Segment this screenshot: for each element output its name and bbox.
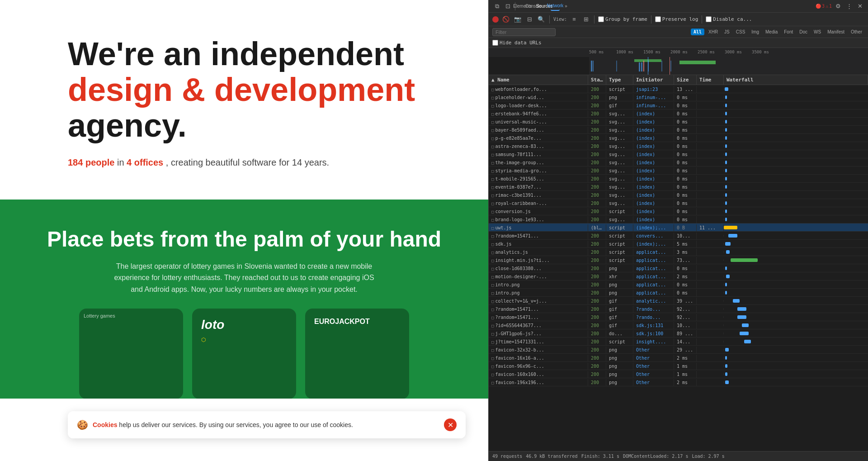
cookie-close-button[interactable]: ✕ xyxy=(444,418,457,431)
table-row[interactable]: □webfontloader,fo... 200 script jsapi:23… xyxy=(489,85,868,93)
table-row[interactable]: □rimac-c3be1391... 200 svg... (index) 0 … xyxy=(489,191,868,199)
cell-initiator[interactable]: (index) xyxy=(633,135,674,142)
table-row[interactable]: □styria-media-gro... 200 svg... (index) … xyxy=(489,166,868,175)
filter-font[interactable]: Font xyxy=(782,29,795,35)
table-row[interactable]: □favicon-96x96-c... 200 png Other 1 ms xyxy=(489,362,868,370)
group-by-frame-checkbox[interactable]: Group by frame xyxy=(598,16,647,22)
more-tabs-btn[interactable]: » xyxy=(561,2,571,11)
view-list-btn[interactable]: ≡ xyxy=(570,15,579,24)
col-name[interactable]: ▲ Name xyxy=(489,75,588,85)
table-row[interactable]: □?random=15471... 200 script convers... … xyxy=(489,232,868,240)
cell-initiator[interactable]: (index);... xyxy=(633,241,674,247)
table-row[interactable]: □j-GHT1gpo6-js?... 200 do... sdk.js:100 … xyxy=(489,329,868,337)
cell-initiator[interactable]: convers... xyxy=(633,233,674,239)
dock-icon[interactable]: ⧉ xyxy=(492,2,501,11)
col-initiator[interactable]: Initiator xyxy=(633,75,674,85)
table-row[interactable]: □j?time=15471331... 200 script insight..… xyxy=(489,337,868,346)
camera-button[interactable]: 📷 xyxy=(513,15,522,24)
table-row[interactable]: □brand-logo-1e93... 200 svg... (index) 0… xyxy=(489,215,868,223)
filter-css[interactable]: CSS xyxy=(734,29,748,35)
cell-initiator[interactable]: (index) xyxy=(633,143,674,150)
preserve-log-checkbox[interactable]: Preserve log xyxy=(655,16,698,22)
cell-initiator[interactable]: applicat... xyxy=(633,290,674,296)
filter-ws[interactable]: WS xyxy=(811,29,823,35)
cell-initiator[interactable]: (index) xyxy=(633,216,674,223)
cell-initiator[interactable]: (index) xyxy=(633,119,674,125)
filter-button[interactable]: ⊟ xyxy=(525,15,534,24)
filter-xhr[interactable]: XHR xyxy=(706,29,720,35)
network-tab-btn[interactable]: Network xyxy=(551,2,560,11)
table-row[interactable]: □analytics.js 200 script applicat... 3 m… xyxy=(489,248,868,256)
record-button[interactable] xyxy=(492,16,499,23)
undock-icon[interactable]: ⊡ xyxy=(503,2,512,11)
table-row[interactable]: □favicon-16x16-a... 200 png Other 2 ms xyxy=(489,354,868,362)
clear-button[interactable]: 🚫 xyxy=(501,15,510,24)
cell-initiator[interactable]: (index) xyxy=(633,159,674,166)
cell-initiator[interactable]: (index) xyxy=(633,110,674,117)
table-row[interactable]: □?id=6556443677... 200 gif sdk.js:131 10… xyxy=(489,321,868,329)
filter-other[interactable]: Other xyxy=(849,29,864,35)
cell-initiator[interactable]: Other xyxy=(633,371,674,378)
table-row[interactable]: □favicon-196x196... 200 png Other 2 ms xyxy=(489,378,868,386)
table-row[interactable]: □close-1d603380... 200 png applicat... 0… xyxy=(489,264,868,272)
view-grid-btn[interactable]: ⊞ xyxy=(581,15,590,24)
cell-initiator[interactable]: sdk.js:100 xyxy=(633,330,674,337)
cell-initiator[interactable]: Other xyxy=(633,347,674,353)
table-row[interactable]: □astra-zeneca-83... 200 svg... (index) 0… xyxy=(489,142,868,150)
table-row[interactable]: □bayer-8e509faed... 200 svg... (index) 0… xyxy=(489,126,868,134)
cell-initiator[interactable]: (index) xyxy=(633,127,674,133)
table-row[interactable]: □?random=15471... 200 gif ?rando... 92..… xyxy=(489,313,868,321)
table-row[interactable]: □universal-music-... 200 svg... (index) … xyxy=(489,118,868,126)
search-button[interactable]: 🔍 xyxy=(537,15,546,24)
table-row[interactable]: □favicon-160x160... 200 png Other 1 ms xyxy=(489,370,868,378)
filter-js[interactable]: JS xyxy=(722,29,732,35)
filter-media[interactable]: Media xyxy=(763,29,780,35)
table-row[interactable]: □insight.min.js?ti... 200 script applica… xyxy=(489,256,868,264)
cell-initiator[interactable]: (index);... xyxy=(633,224,674,231)
table-row[interactable]: □p-g-e82e85aa7e... 200 svg... (index) 0 … xyxy=(489,134,868,142)
table-row[interactable]: □intro.png 200 png applicat... 0 ms xyxy=(489,280,868,289)
close-devtools-icon[interactable]: ✕ xyxy=(855,2,864,11)
network-table[interactable]: □webfontloader,fo... 200 script jsapi:23… xyxy=(489,85,868,451)
table-row[interactable]: □collect?v=1&_v=j... 200 gif analytic...… xyxy=(489,297,868,305)
col-size[interactable]: Size xyxy=(674,75,697,85)
cell-initiator[interactable]: analytic... xyxy=(633,298,674,304)
cell-initiator[interactable]: applicat... xyxy=(633,281,674,288)
cell-initiator[interactable]: Other xyxy=(633,379,674,386)
table-row[interactable]: □?random=15471... 200 gif ?rando... 92..… xyxy=(489,305,868,313)
table-row[interactable]: □eventim-0387e7... 200 svg... (index) 0 … xyxy=(489,183,868,191)
table-row[interactable]: □samsung-78f111... 200 svg... (index) 0 … xyxy=(489,150,868,158)
cell-initiator[interactable]: ?rando... xyxy=(633,314,674,321)
col-waterfall[interactable]: Waterfall xyxy=(724,75,868,85)
filter-img[interactable]: Img xyxy=(749,29,761,35)
cell-initiator[interactable]: (index) xyxy=(633,200,674,207)
disable-cache-checkbox[interactable]: Disable ca... xyxy=(706,16,752,22)
table-row[interactable]: □erstebank-94ffe6... 200 svg... (index) … xyxy=(489,109,868,118)
cell-initiator[interactable]: infinum-... xyxy=(633,94,674,101)
filter-input[interactable] xyxy=(492,28,556,36)
cell-initiator[interactable]: (index) xyxy=(633,176,674,182)
cell-initiator[interactable]: applicat... xyxy=(633,265,674,272)
more-options-icon[interactable]: ⋮ xyxy=(844,2,854,11)
hide-data-urls-checkbox[interactable]: Hide data URLs xyxy=(492,40,542,46)
cell-initiator[interactable]: (index) xyxy=(633,151,674,158)
table-row[interactable]: □favicon-32x32-b... 200 png Other 29 ... xyxy=(489,346,868,354)
table-row[interactable]: □uwt.js (bl... script (index);... 0 B 11… xyxy=(489,223,868,232)
cell-initiator[interactable]: (index) xyxy=(633,192,674,199)
col-status[interactable]: Sta... xyxy=(588,75,606,85)
cell-initiator[interactable]: infinum-... xyxy=(633,102,674,109)
cell-initiator[interactable]: Other xyxy=(633,363,674,370)
cookies-link[interactable]: Cookies xyxy=(93,421,117,428)
filter-manifest[interactable]: Manifest xyxy=(825,29,847,35)
cell-initiator[interactable]: applicat... xyxy=(633,257,674,264)
table-row[interactable]: □logo-loader-desk... 200 gif infinum-...… xyxy=(489,101,868,109)
settings-icon[interactable]: ⚙ xyxy=(834,2,843,11)
col-time[interactable]: Time xyxy=(697,75,724,85)
col-type[interactable]: Type xyxy=(606,75,633,85)
filter-all[interactable]: All xyxy=(691,29,704,35)
cell-initiator[interactable]: Other xyxy=(633,355,674,361)
table-row[interactable]: □t-mobile-291565... 200 svg... (index) 0… xyxy=(489,175,868,183)
filter-doc[interactable]: Doc xyxy=(797,29,810,35)
cell-initiator[interactable]: applicat... xyxy=(633,249,674,256)
cell-initiator[interactable]: applicat... xyxy=(633,273,674,280)
